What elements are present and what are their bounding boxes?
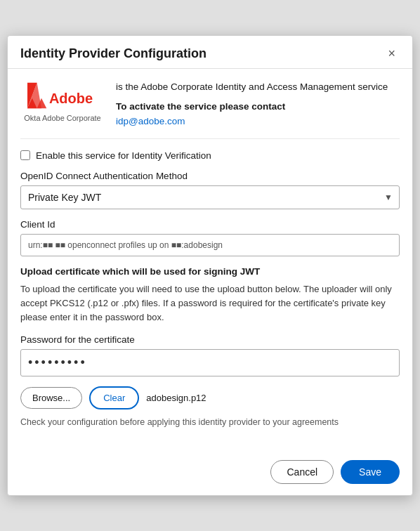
upload-description: To upload the certificate you will need … — [20, 282, 400, 324]
upload-section: Upload certificate which will be used fo… — [20, 266, 400, 324]
password-section: Password for the certificate — [20, 334, 400, 376]
dialog-title: Identity Provider Configuration — [20, 46, 206, 61]
dialog: Identity Provider Configuration × Adobe … — [7, 35, 413, 496]
dialog-body: Adobe Okta Adobe Corporate is the Adobe … — [8, 69, 412, 452]
file-row: Browse... Clear adobesign.p12 — [20, 386, 400, 409]
dialog-header: Identity Provider Configuration × — [8, 36, 412, 69]
client-id-label: Client Id — [20, 219, 400, 230]
enable-checkbox[interactable] — [20, 150, 30, 160]
save-button[interactable]: Save — [341, 460, 400, 484]
auth-method-label: OpenID Connect Authentication Method — [20, 171, 400, 181]
cancel-button[interactable]: Cancel — [270, 460, 334, 484]
password-input[interactable] — [20, 349, 400, 376]
provider-info: is the Adobe Corporate Identity and Acce… — [116, 80, 400, 129]
activate-text: To activate the service please contact — [116, 100, 400, 114]
client-id-input[interactable] — [20, 234, 400, 256]
okta-label: Okta Adobe Corporate — [24, 114, 100, 122]
enable-label: Enable this service for Identity Verific… — [36, 150, 211, 161]
adobe-logo-area: Adobe Okta Adobe Corporate — [20, 80, 105, 122]
filename-text: adobesign.p12 — [146, 393, 206, 403]
idp-email-link[interactable]: idp@adobe.com — [116, 116, 185, 126]
auth-method-select-wrapper: Private Key JWT Client Secret None ▼ — [20, 185, 400, 209]
provider-row: Adobe Okta Adobe Corporate is the Adobe … — [20, 80, 400, 139]
enable-row: Enable this service for Identity Verific… — [20, 150, 400, 161]
provider-description: is the Adobe Corporate Identity and Acce… — [116, 81, 388, 92]
browse-button[interactable]: Browse... — [20, 387, 82, 409]
upload-title: Upload certificate which will be used fo… — [20, 266, 400, 277]
client-id-section: Client Id — [20, 219, 400, 256]
check-config-text: Check your configuration before applying… — [20, 417, 400, 429]
clear-button[interactable]: Clear — [89, 386, 139, 409]
adobe-logo-icon: Adobe — [27, 80, 98, 111]
auth-method-select[interactable]: Private Key JWT Client Secret None — [20, 185, 400, 209]
svg-text:Adobe: Adobe — [49, 91, 93, 106]
dialog-footer: Cancel Save — [8, 452, 412, 495]
close-button[interactable]: × — [383, 46, 400, 61]
password-label: Password for the certificate — [20, 334, 400, 345]
